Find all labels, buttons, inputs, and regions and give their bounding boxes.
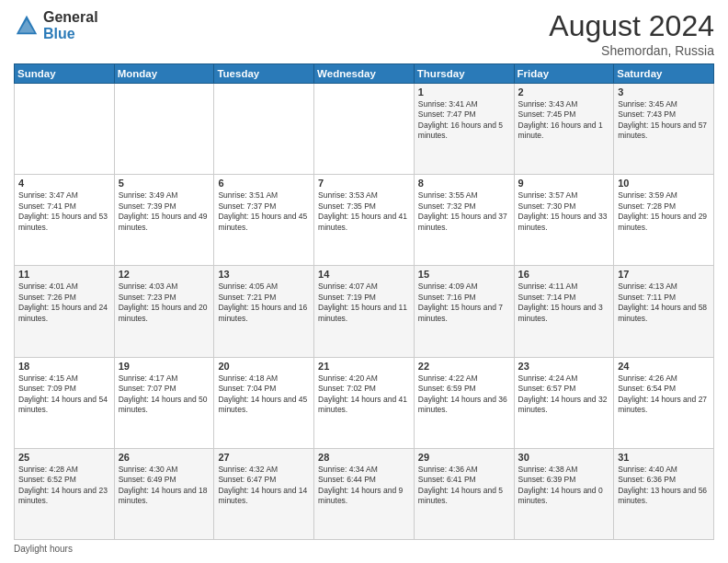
day-cell: 30Sunrise: 4:38 AMSunset: 6:39 PMDayligh… — [514, 448, 614, 539]
day-number: 4 — [18, 178, 110, 189]
day-info: Sunrise: 3:49 AMSunset: 7:39 PMDaylight:… — [119, 190, 210, 233]
day-cell: 13Sunrise: 4:05 AMSunset: 7:21 PMDayligh… — [214, 266, 314, 357]
day-info: Sunrise: 4:24 AMSunset: 6:57 PMDaylight:… — [518, 373, 610, 416]
day-info: Sunrise: 4:17 AMSunset: 7:07 PMDaylight:… — [119, 373, 210, 416]
day-info: Sunrise: 4:07 AMSunset: 7:19 PMDaylight:… — [318, 282, 410, 324]
day-cell: 27Sunrise: 4:32 AMSunset: 6:47 PMDayligh… — [214, 448, 314, 539]
day-cell: 9Sunrise: 3:57 AMSunset: 7:30 PMDaylight… — [514, 175, 614, 266]
day-info: Sunrise: 4:28 AMSunset: 6:52 PMDaylight:… — [18, 465, 110, 507]
day-info: Sunrise: 4:05 AMSunset: 7:21 PMDaylight:… — [218, 282, 310, 324]
day-cell — [214, 84, 314, 175]
day-number: 8 — [418, 178, 510, 189]
logo-text: General Blue — [43, 9, 98, 41]
day-cell: 6Sunrise: 3:51 AMSunset: 7:37 PMDaylight… — [214, 175, 314, 266]
col-header-tuesday: Tuesday — [214, 64, 314, 84]
daylight-label: Daylight hours — [14, 544, 73, 554]
day-cell: 3Sunrise: 3:45 AMSunset: 7:43 PMDaylight… — [614, 84, 714, 175]
day-cell: 31Sunrise: 4:40 AMSunset: 6:36 PMDayligh… — [614, 448, 714, 539]
calendar-header: SundayMondayTuesdayWednesdayThursdayFrid… — [15, 64, 714, 84]
day-cell: 22Sunrise: 4:22 AMSunset: 6:59 PMDayligh… — [414, 357, 514, 448]
day-cell: 21Sunrise: 4:20 AMSunset: 7:02 PMDayligh… — [314, 357, 415, 448]
week-row-5: 25Sunrise: 4:28 AMSunset: 6:52 PMDayligh… — [15, 448, 714, 539]
day-cell: 14Sunrise: 4:07 AMSunset: 7:19 PMDayligh… — [314, 266, 415, 357]
footer-note: Daylight hours — [14, 544, 714, 554]
day-number: 17 — [618, 269, 710, 280]
day-number: 9 — [518, 178, 610, 189]
day-info: Sunrise: 4:26 AMSunset: 6:54 PMDaylight:… — [618, 373, 710, 416]
day-cell: 28Sunrise: 4:34 AMSunset: 6:44 PMDayligh… — [314, 448, 415, 539]
day-info: Sunrise: 4:36 AMSunset: 6:41 PMDaylight:… — [418, 465, 510, 507]
day-number: 19 — [119, 361, 210, 372]
day-number: 7 — [318, 178, 410, 189]
day-cell: 4Sunrise: 3:47 AMSunset: 7:41 PMDaylight… — [15, 175, 115, 266]
day-number: 13 — [218, 269, 310, 280]
day-number: 5 — [119, 178, 210, 189]
day-number: 31 — [618, 452, 710, 463]
day-info: Sunrise: 4:13 AMSunset: 7:11 PMDaylight:… — [618, 282, 710, 324]
day-info: Sunrise: 4:09 AMSunset: 7:16 PMDaylight:… — [418, 282, 510, 324]
day-cell: 19Sunrise: 4:17 AMSunset: 7:07 PMDayligh… — [114, 357, 214, 448]
day-number: 11 — [18, 269, 110, 280]
day-number: 24 — [618, 361, 710, 372]
day-cell: 16Sunrise: 4:11 AMSunset: 7:14 PMDayligh… — [514, 266, 614, 357]
day-info: Sunrise: 3:47 AMSunset: 7:41 PMDaylight:… — [18, 190, 110, 233]
day-info: Sunrise: 3:53 AMSunset: 7:35 PMDaylight:… — [318, 190, 410, 233]
day-number: 2 — [518, 86, 610, 98]
day-cell: 7Sunrise: 3:53 AMSunset: 7:35 PMDaylight… — [314, 175, 415, 266]
col-header-thursday: Thursday — [414, 64, 514, 84]
day-cell — [314, 84, 415, 175]
day-info: Sunrise: 3:55 AMSunset: 7:32 PMDaylight:… — [418, 190, 510, 233]
col-header-friday: Friday — [514, 64, 614, 84]
day-info: Sunrise: 4:30 AMSunset: 6:49 PMDaylight:… — [119, 465, 210, 507]
day-info: Sunrise: 4:03 AMSunset: 7:23 PMDaylight:… — [119, 282, 210, 324]
logo-icon — [14, 13, 40, 39]
day-number: 29 — [418, 452, 510, 463]
day-number: 18 — [18, 361, 110, 372]
day-cell: 24Sunrise: 4:26 AMSunset: 6:54 PMDayligh… — [614, 357, 714, 448]
day-number: 26 — [119, 452, 210, 463]
day-info: Sunrise: 4:22 AMSunset: 6:59 PMDaylight:… — [418, 373, 510, 416]
day-number: 21 — [318, 361, 410, 372]
day-number: 3 — [618, 86, 710, 98]
header-row: SundayMondayTuesdayWednesdayThursdayFrid… — [15, 64, 714, 84]
day-cell: 17Sunrise: 4:13 AMSunset: 7:11 PMDayligh… — [614, 266, 714, 357]
day-cell: 8Sunrise: 3:55 AMSunset: 7:32 PMDaylight… — [414, 175, 514, 266]
day-number: 15 — [418, 269, 510, 280]
week-row-2: 4Sunrise: 3:47 AMSunset: 7:41 PMDaylight… — [15, 175, 714, 266]
calendar: SundayMondayTuesdayWednesdayThursdayFrid… — [14, 63, 714, 540]
day-cell — [15, 84, 115, 175]
day-info: Sunrise: 4:32 AMSunset: 6:47 PMDaylight:… — [218, 465, 310, 507]
col-header-saturday: Saturday — [614, 64, 714, 84]
header: General Blue August 2024 Shemordan, Russ… — [14, 9, 714, 58]
day-number: 25 — [18, 452, 110, 463]
day-cell: 25Sunrise: 4:28 AMSunset: 6:52 PMDayligh… — [15, 448, 115, 539]
day-cell: 29Sunrise: 4:36 AMSunset: 6:41 PMDayligh… — [414, 448, 514, 539]
day-number: 10 — [618, 178, 710, 189]
day-cell: 23Sunrise: 4:24 AMSunset: 6:57 PMDayligh… — [514, 357, 614, 448]
day-cell: 18Sunrise: 4:15 AMSunset: 7:09 PMDayligh… — [15, 357, 115, 448]
day-info: Sunrise: 4:01 AMSunset: 7:26 PMDaylight:… — [18, 282, 110, 324]
location: Shemordan, Russia — [549, 43, 714, 58]
day-number: 22 — [418, 361, 510, 372]
logo-general: General — [43, 9, 98, 26]
day-number: 28 — [318, 452, 410, 463]
week-row-3: 11Sunrise: 4:01 AMSunset: 7:26 PMDayligh… — [15, 266, 714, 357]
day-cell: 2Sunrise: 3:43 AMSunset: 7:45 PMDaylight… — [514, 84, 614, 175]
col-header-wednesday: Wednesday — [314, 64, 415, 84]
calendar-body: 1Sunrise: 3:41 AMSunset: 7:47 PMDaylight… — [15, 84, 714, 540]
logo-blue: Blue — [43, 26, 98, 42]
day-info: Sunrise: 4:40 AMSunset: 6:36 PMDaylight:… — [618, 465, 710, 507]
day-info: Sunrise: 4:15 AMSunset: 7:09 PMDaylight:… — [18, 373, 110, 416]
col-header-sunday: Sunday — [15, 64, 115, 84]
day-number: 16 — [518, 269, 610, 280]
day-cell: 1Sunrise: 3:41 AMSunset: 7:47 PMDaylight… — [414, 84, 514, 175]
day-info: Sunrise: 4:11 AMSunset: 7:14 PMDaylight:… — [518, 282, 610, 324]
page: General Blue August 2024 Shemordan, Russ… — [0, 0, 728, 563]
day-cell: 15Sunrise: 4:09 AMSunset: 7:16 PMDayligh… — [414, 266, 514, 357]
logo: General Blue — [14, 9, 98, 41]
day-info: Sunrise: 4:18 AMSunset: 7:04 PMDaylight:… — [218, 373, 310, 416]
day-cell: 10Sunrise: 3:59 AMSunset: 7:28 PMDayligh… — [614, 175, 714, 266]
title-block: August 2024 Shemordan, Russia — [549, 9, 714, 58]
month-title: August 2024 — [549, 9, 714, 43]
day-number: 30 — [518, 452, 610, 463]
